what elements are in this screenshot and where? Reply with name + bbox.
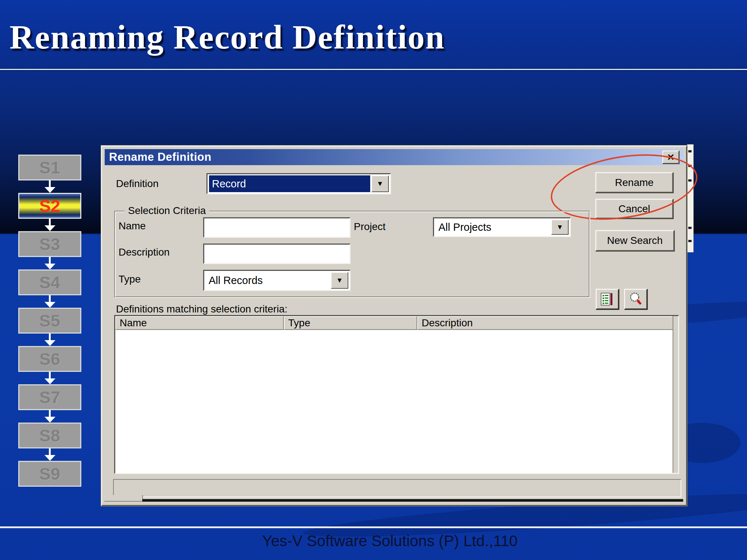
flow-step-s4: S4: [18, 269, 81, 295]
flow-step-s9: S9: [18, 461, 81, 487]
column-header-type[interactable]: Type: [284, 316, 417, 330]
flow-arrow-down-icon: [44, 257, 55, 269]
flow-arrow-down-icon: [44, 219, 55, 231]
definition-combobox[interactable]: Record ▼: [206, 173, 391, 194]
flow-arrow-down-icon: [44, 295, 55, 308]
dialog-statusbar: [113, 479, 681, 497]
title-underline-rule: [0, 69, 747, 70]
column-header-name[interactable]: Name: [115, 316, 284, 330]
definitions-list-body[interactable]: [115, 330, 673, 473]
flow-step-s7: S7: [18, 384, 81, 410]
chevron-down-icon: ▼: [336, 276, 343, 284]
flow-step-s3: S3: [18, 231, 81, 257]
chevron-down-icon: ▼: [557, 223, 564, 231]
column-header-description[interactable]: Description: [417, 316, 678, 330]
footer-rule: [0, 526, 747, 528]
type-dropdown-button[interactable]: ▼: [331, 272, 348, 289]
flow-step-s1: S1: [18, 155, 81, 180]
magnifier-icon: [628, 291, 643, 307]
dialog-bottom-notch: [104, 495, 143, 502]
name-criteria-input[interactable]: [203, 217, 351, 238]
type-label: Type: [119, 273, 141, 285]
selection-criteria-groupbox: Selection Criteria Name Project All Proj…: [114, 211, 590, 298]
flow-step-s2: S2: [18, 193, 81, 219]
project-combobox[interactable]: All Projects ▼: [433, 217, 571, 237]
rename-button[interactable]: Rename: [595, 172, 673, 193]
type-combobox-value: All Records: [206, 272, 330, 289]
cancel-button[interactable]: Cancel: [595, 199, 673, 219]
slide-title: Renaming Record Definition: [9, 18, 445, 57]
process-flowchart: S1S2S3S4S5S6S7S8S9: [18, 155, 81, 487]
dialog-bottom-shadow: [142, 499, 683, 502]
definitions-listview: Name Type Description: [114, 315, 679, 474]
list-icon: [600, 291, 615, 307]
definition-label: Definition: [116, 178, 159, 190]
background-window-sliver: [687, 144, 694, 252]
type-combobox[interactable]: All Records ▼: [203, 270, 351, 291]
flow-arrow-down-icon: [44, 180, 55, 193]
description-criteria-input[interactable]: [203, 244, 351, 264]
flow-arrow-down-icon: [44, 372, 55, 384]
search-button[interactable]: [624, 289, 647, 310]
flow-arrow-down-icon: [44, 334, 55, 346]
footer-text: Yes-V Software Solutions (P) Ltd.,110: [0, 532, 747, 550]
flow-arrow-down-icon: [44, 410, 55, 423]
name-label: Name: [119, 220, 146, 232]
results-label: Definitions matching selection criteria:: [116, 303, 287, 315]
rename-definition-dialog: Rename Definition ✕ Definition Record ▼ …: [101, 145, 687, 506]
flow-step-s6: S6: [18, 346, 81, 372]
definition-dropdown-button[interactable]: ▼: [371, 175, 389, 192]
dialog-titlebar[interactable]: Rename Definition ✕: [105, 149, 684, 165]
definition-combobox-value: Record: [209, 175, 370, 192]
flow-arrow-down-icon: [44, 448, 55, 461]
description-label: Description: [119, 246, 170, 258]
selection-criteria-legend: Selection Criteria: [124, 205, 209, 217]
close-icon: ✕: [667, 152, 675, 163]
project-dropdown-button[interactable]: ▼: [551, 219, 569, 235]
new-search-button[interactable]: New Search: [595, 230, 674, 251]
slide-background: Renaming Record Definition S1S2S3S4S5S6S…: [0, 0, 747, 560]
project-combobox-value: All Projects: [436, 219, 550, 235]
project-label: Project: [354, 221, 386, 233]
listview-header: Name Type Description: [115, 316, 678, 330]
flow-step-s8: S8: [18, 423, 81, 448]
chevron-down-icon: ▼: [377, 180, 384, 188]
listview-scrollbar-strip[interactable]: [673, 316, 678, 473]
close-button[interactable]: ✕: [662, 151, 679, 164]
list-view-button[interactable]: [596, 289, 619, 310]
flow-step-s5: S5: [18, 308, 81, 334]
dialog-title: Rename Definition: [109, 151, 212, 164]
